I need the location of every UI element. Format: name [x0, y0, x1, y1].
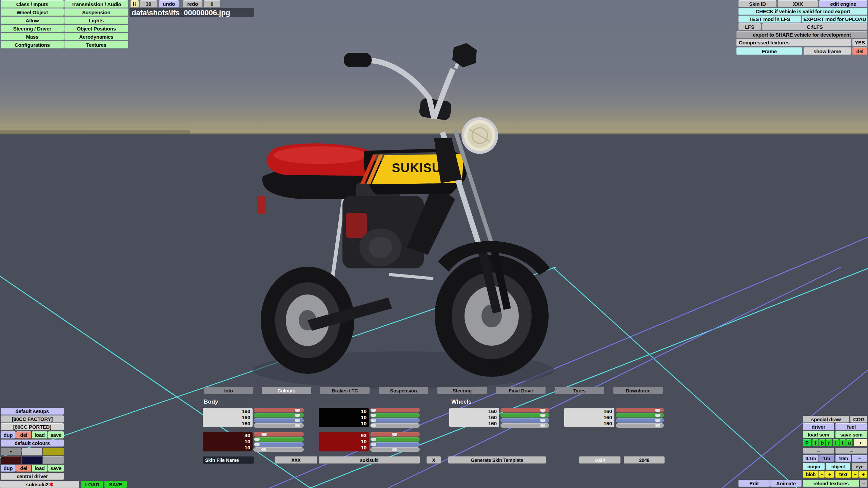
rotate-eye-button[interactable]: eye [852, 463, 867, 470]
green-slider[interactable] [616, 413, 664, 418]
save-vehicle-button[interactable]: SAVE [104, 481, 127, 488]
view-back-button[interactable]: b [819, 439, 825, 446]
blob-button[interactable]: blob [803, 471, 818, 478]
slider-knob[interactable] [371, 443, 376, 446]
slider-knob[interactable] [371, 419, 376, 422]
blue-slider[interactable] [254, 418, 304, 423]
save-scm-button[interactable]: save scm [835, 431, 867, 438]
edit-mode-button[interactable]: Edit [738, 480, 770, 487]
wheel-colour-swatch[interactable]: 160 160 160 [449, 408, 499, 427]
brightness-slider[interactable] [500, 423, 549, 428]
setup-80cc-ported[interactable]: [80CC PORTED] [1, 423, 64, 430]
colours-load-button[interactable]: load [32, 465, 47, 472]
rotate-origin-button[interactable]: origin [803, 463, 825, 470]
slider-knob[interactable] [392, 433, 397, 436]
slider-knob[interactable] [392, 448, 397, 451]
skin-id-label[interactable]: Skin ID [738, 0, 776, 7]
skin-clear-button[interactable]: X [427, 456, 441, 464]
colour-preset-4[interactable] [1, 456, 21, 464]
grid-scale-1m-button[interactable]: 1m [819, 455, 834, 462]
red-slider[interactable] [254, 408, 304, 412]
history-toggle[interactable]: H [131, 0, 139, 7]
grid-scale-01m-button[interactable]: 0.1m [803, 455, 818, 462]
colour-preset-1[interactable]: ● [1, 448, 21, 455]
view-right-button[interactable]: r [826, 439, 832, 446]
text-plus-button[interactable]: + [859, 471, 867, 478]
red-slider[interactable] [616, 408, 664, 412]
menu-steering-driver[interactable]: Steering / Driver [1, 25, 64, 32]
show-frame-button[interactable]: show frame [804, 47, 851, 55]
history-count[interactable]: 30 [140, 0, 157, 7]
slider-knob[interactable] [295, 419, 300, 422]
default-setups-button[interactable]: default setups [1, 408, 64, 415]
green-slider[interactable] [370, 413, 420, 418]
body-colour-swatch[interactable]: 93 10 10 [319, 432, 369, 451]
skin-name-field[interactable]: sukisuki [319, 456, 420, 464]
reload-textures-button[interactable]: reload textures [803, 480, 859, 487]
brightness-slider[interactable] [370, 447, 420, 452]
view-top-button[interactable]: t [840, 439, 846, 446]
compressed-textures-value[interactable]: YES [852, 39, 867, 46]
body-colour-swatch[interactable]: 10 10 10 [319, 408, 369, 427]
brightness-slider[interactable] [254, 447, 304, 452]
skin-id-value[interactable]: XXX [778, 0, 818, 7]
setup-dup-button[interactable]: dup [1, 431, 16, 439]
text-minus-button[interactable]: – [852, 471, 859, 478]
menu-mass[interactable]: Mass [1, 33, 64, 40]
export-upload-button[interactable]: EXPORT mod for UPLOAD [802, 16, 867, 23]
slider-knob[interactable] [655, 409, 660, 412]
spacer-dash-left[interactable]: – [803, 448, 834, 454]
menu-textures[interactable]: Textures [64, 41, 128, 48]
rotate-object-button[interactable]: object [826, 463, 850, 470]
tab-tyres[interactable]: Tyres [555, 387, 604, 394]
view-under-button[interactable]: u [846, 439, 852, 446]
blob-plus-button[interactable]: + [825, 471, 834, 478]
spacer-dash-right[interactable]: – [835, 448, 867, 454]
slider-knob[interactable] [261, 448, 267, 451]
slider-knob[interactable] [254, 438, 260, 441]
green-slider[interactable] [254, 437, 304, 442]
menu-object-positions[interactable]: Object Positions [64, 25, 128, 32]
body-colour-swatch[interactable]: 160 160 160 [203, 408, 253, 427]
menu-class-inputs[interactable]: Class / Inputs [1, 0, 64, 8]
menu-transmission-audio[interactable]: Transmission / Audio [64, 0, 128, 8]
compressed-textures-label[interactable]: Compressed textures [736, 39, 851, 46]
slider-knob[interactable] [295, 424, 300, 427]
colours-del-button[interactable]: del [16, 465, 31, 472]
tab-colours[interactable]: Colours [262, 387, 311, 394]
setup-save-button[interactable]: save [48, 431, 64, 439]
redo-button[interactable]: redo [183, 0, 202, 7]
colour-preset-2[interactable] [22, 448, 42, 455]
cog-button[interactable]: COG [850, 416, 867, 423]
check-valid-button[interactable]: CHECK if vehicle is valid for mod export [738, 8, 867, 15]
minibike-model[interactable]: SUKISUKI [244, 37, 570, 390]
lfs-button[interactable]: LFS [738, 23, 761, 30]
driver-button[interactable]: driver [803, 423, 834, 430]
vehicle-name-button[interactable]: sukisuki2✱ [0, 481, 79, 488]
blue-slider[interactable] [370, 442, 420, 447]
load-scm-button[interactable]: load scm [803, 431, 834, 438]
tab-downforce[interactable]: Downforce [613, 387, 663, 394]
view-dot-button[interactable]: ● [854, 439, 867, 446]
default-colours-button[interactable]: default colours [1, 440, 64, 447]
frame-button[interactable]: Frame [736, 47, 802, 55]
fuel-button[interactable]: fuel [835, 423, 867, 430]
menu-aerodynamics[interactable]: Aerodynamics [64, 33, 128, 40]
slider-knob[interactable] [371, 424, 376, 427]
tab-final-drive[interactable]: Final Drive [496, 387, 546, 394]
load-vehicle-button[interactable]: LOAD [81, 481, 103, 488]
tab-info[interactable]: Info [204, 387, 253, 394]
colours-save-button[interactable]: save [48, 465, 64, 472]
slider-knob[interactable] [655, 414, 660, 417]
green-slider[interactable] [370, 437, 420, 442]
tab-steering[interactable]: Steering [437, 387, 487, 394]
wheel-colour-swatch[interactable]: 160 160 160 [564, 408, 614, 427]
blue-slider[interactable] [370, 418, 420, 423]
tab-suspension[interactable]: Suspension [379, 387, 428, 394]
slider-knob[interactable] [655, 424, 660, 427]
blue-slider[interactable] [500, 418, 549, 423]
menu-wheel-object[interactable]: Wheel Object [1, 8, 64, 16]
slider-knob[interactable] [540, 409, 546, 412]
grid-scale-dash-button[interactable]: – [852, 455, 867, 462]
green-slider[interactable] [254, 413, 304, 418]
